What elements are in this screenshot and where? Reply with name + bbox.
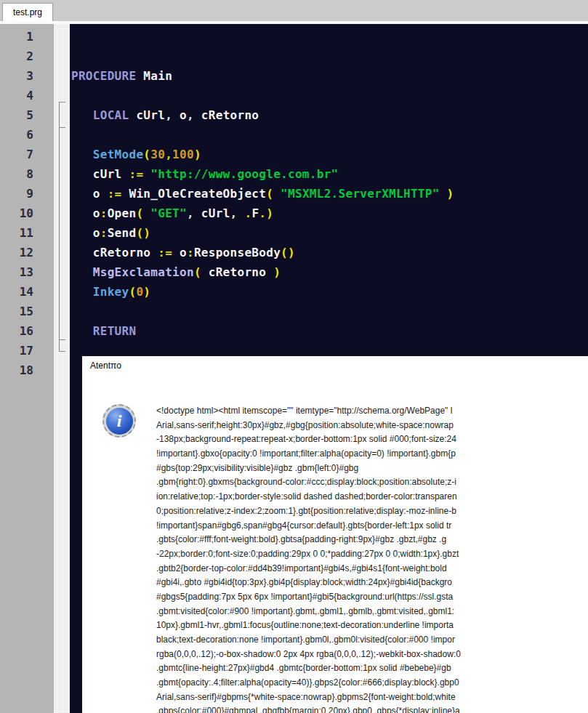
code-token: , (187, 206, 201, 220)
code-token: Send (108, 226, 137, 240)
dialog-text-line: .gbmt{opacity:.4;filter:alpha(opacity=40… (156, 676, 588, 690)
code-line-7[interactable]: SetMode(30,100) (71, 145, 588, 164)
code-token (71, 226, 93, 240)
line-number: 14 (0, 282, 54, 302)
line-number: 4 (0, 86, 54, 105)
fold-margin[interactable] (54, 24, 70, 713)
dialog-text-line: .gbts{color:#fff;font-weight:bold}.gbtsa… (156, 533, 588, 547)
code-token: o (180, 108, 187, 122)
dialog-text-line: rgba(0,0,0,.12);-o-box-shadow:0 2px 4px … (156, 648, 588, 662)
code-token: : (100, 226, 108, 240)
code-token (71, 265, 93, 279)
dialog-text-line: .gbmt:visited{color:#900 !important}.gbm… (156, 605, 588, 619)
line-number: 1 (0, 27, 54, 47)
code-token: Open (108, 206, 137, 220)
code-line-16[interactable]: RETURN (71, 321, 588, 341)
code-token: : (100, 206, 108, 220)
line-number: 7 (0, 145, 54, 164)
dialog-text-line: 10px}.gbml1-hvr,.gbml1:focus{outline:non… (156, 619, 588, 633)
code-token: ) (194, 148, 201, 161)
dialog-text-line: -138px;background-repeat:repeat-x;border… (156, 432, 588, 447)
code-token (71, 167, 93, 181)
info-icon: i (102, 404, 136, 438)
code-line-9[interactable]: o := Win_OleCreateObject( "MSXML2.Server… (71, 184, 588, 204)
code-token: "GET" (143, 206, 187, 220)
line-number: 13 (0, 262, 54, 282)
fold-marker-icon (59, 339, 65, 340)
line-number: 16 (0, 321, 54, 341)
code-line-14[interactable]: Inkey(0) (71, 282, 588, 302)
line-number: 12 (0, 243, 54, 262)
code-line-5[interactable]: LOCAL cUrl, o, cRetorno (71, 105, 588, 125)
code-token (71, 285, 93, 299)
dialog-text-line: .gbps{color:#000}#gbmpal .gbqfbb{margin:… (156, 704, 588, 713)
dialog-text-line: <!doctype html><html itemscope="" itemty… (156, 404, 588, 419)
code-token: o (93, 206, 100, 220)
code-line-1[interactable] (71, 27, 588, 47)
line-number: 2 (0, 47, 54, 66)
code-token: ) (273, 265, 281, 279)
code-line-8[interactable]: cUrl := "http://www.google.com.br" (71, 164, 588, 184)
dialog-text-line: .gbtb2{border-top-color:#dd4b39!importan… (156, 562, 588, 576)
code-token: : (187, 246, 194, 259)
dialog-text-line: -22px;border:0;font-size:0;padding:29px … (156, 547, 588, 562)
code-token: , (187, 108, 201, 122)
fold-marker-icon (59, 127, 65, 128)
code-token: ( (136, 206, 143, 220)
code-token: , (165, 148, 172, 161)
dialog-text-line: #gbgs5{padding:7px 5px 6px !important}#g… (156, 590, 588, 605)
code-token: ResponseBody (194, 246, 281, 259)
fold-guide-line (59, 102, 60, 351)
message-dialog[interactable]: Atentπo i <!doctype html><html itemscope… (82, 356, 588, 713)
code-line-10[interactable]: o:Open( "GET", cUrl, .F.) (71, 204, 588, 223)
code-token: o (180, 246, 187, 259)
code-token: ) (266, 206, 273, 220)
code-token: := (100, 187, 129, 201)
code-token: PROCEDURE (71, 69, 136, 83)
dialog-body-text: <!doctype html><html itemscope="" itemty… (156, 404, 588, 713)
code-line-12[interactable]: cRetorno := o:ResponseBody() (71, 243, 588, 262)
dialog-title: Atentπo (90, 360, 121, 371)
code-token: Main (136, 69, 172, 83)
dialog-text-line: #gbs{top:29px;visibility:visible}#gbz .g… (156, 462, 588, 476)
code-token: o (93, 187, 100, 201)
code-token: MsgExclamation (93, 265, 194, 279)
line-number: 3 (0, 66, 54, 86)
code-line-4[interactable] (71, 86, 588, 105)
tab-label: test.prg (13, 7, 42, 17)
ide-window: test.prg 123456789101112131415161718 PRO… (0, 0, 588, 713)
code-line-13[interactable]: MsgExclamation( cRetorno ) (71, 262, 588, 282)
code-token: . (244, 206, 251, 220)
code-line-2[interactable] (71, 47, 588, 66)
line-number: 10 (0, 204, 54, 223)
line-number: 11 (0, 223, 54, 243)
line-number-gutter: 123456789101112131415161718 (0, 24, 54, 713)
code-token: "http://www.google.com.br" (150, 167, 338, 181)
tab-test-prg[interactable]: test.prg (2, 3, 53, 21)
code-line-11[interactable]: o:Send() (71, 223, 588, 243)
line-number: 17 (0, 341, 54, 360)
code-token: cRetorno (201, 108, 259, 122)
dialog-text-line: !important}span#gbg6,span#gbg4{cursor:de… (156, 519, 588, 533)
dialog-text-line: .gbm{right:0}.gbxms{background-color:#cc… (156, 475, 588, 490)
code-token: cUrl (201, 206, 230, 220)
code-token: Win_OleCreateObject (129, 187, 266, 201)
code-token: () (136, 226, 150, 240)
code-line-3[interactable]: PROCEDURE Main (71, 66, 588, 86)
code-token (71, 324, 93, 338)
dialog-text-line: !important}.gbxo{opacity:0 !important;fi… (156, 447, 588, 462)
code-token (71, 187, 93, 201)
code-token: SetMode (93, 148, 144, 161)
dialog-text-line: Arial,sans-serif;height:30px}#gbz,#gbg{p… (156, 419, 588, 433)
code-token: Inkey (93, 285, 129, 299)
code-token: cRetorno (93, 246, 150, 259)
code-token (71, 108, 93, 122)
line-number: 9 (0, 184, 54, 204)
dialog-text-line: ion:relative;top:-1px;border-style:solid… (156, 490, 588, 504)
line-number: 6 (0, 125, 54, 145)
code-token: , (165, 108, 180, 122)
code-line-15[interactable] (71, 302, 588, 321)
code-token: () (281, 246, 295, 259)
code-line-6[interactable] (71, 125, 588, 145)
line-number: 8 (0, 164, 54, 184)
